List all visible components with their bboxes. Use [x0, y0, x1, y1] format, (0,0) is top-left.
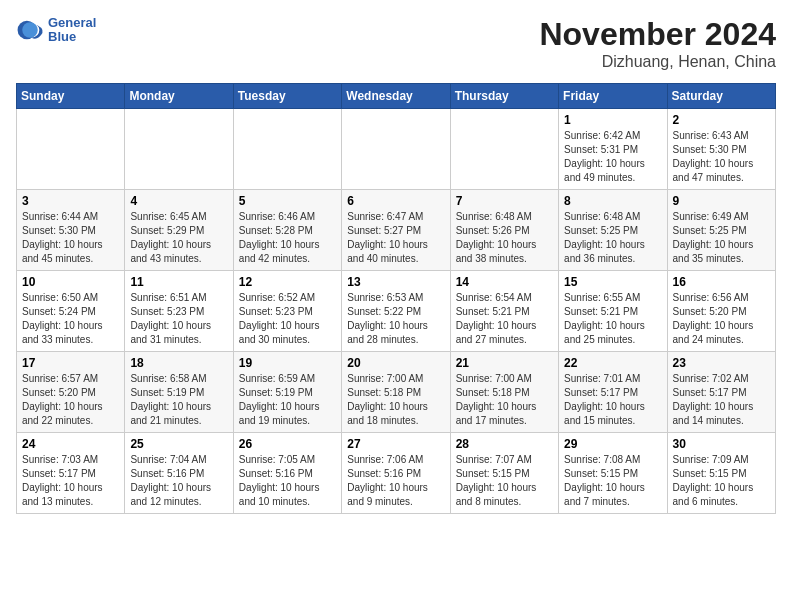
- calendar-week-row: 1Sunrise: 6:42 AM Sunset: 5:31 PM Daylig…: [17, 109, 776, 190]
- day-number: 1: [564, 113, 661, 127]
- day-info: Sunrise: 7:01 AM Sunset: 5:17 PM Dayligh…: [564, 372, 661, 428]
- day-number: 27: [347, 437, 444, 451]
- calendar-week-row: 10Sunrise: 6:50 AM Sunset: 5:24 PM Dayli…: [17, 271, 776, 352]
- calendar-cell: 9Sunrise: 6:49 AM Sunset: 5:25 PM Daylig…: [667, 190, 775, 271]
- month-title: November 2024: [539, 16, 776, 53]
- weekday-header: Wednesday: [342, 84, 450, 109]
- calendar-cell: 30Sunrise: 7:09 AM Sunset: 5:15 PM Dayli…: [667, 433, 775, 514]
- calendar-cell: 2Sunrise: 6:43 AM Sunset: 5:30 PM Daylig…: [667, 109, 775, 190]
- day-number: 19: [239, 356, 336, 370]
- calendar-cell: 22Sunrise: 7:01 AM Sunset: 5:17 PM Dayli…: [559, 352, 667, 433]
- day-info: Sunrise: 6:44 AM Sunset: 5:30 PM Dayligh…: [22, 210, 119, 266]
- day-info: Sunrise: 7:07 AM Sunset: 5:15 PM Dayligh…: [456, 453, 553, 509]
- day-number: 25: [130, 437, 227, 451]
- day-number: 23: [673, 356, 770, 370]
- day-number: 6: [347, 194, 444, 208]
- day-number: 24: [22, 437, 119, 451]
- day-info: Sunrise: 6:43 AM Sunset: 5:30 PM Dayligh…: [673, 129, 770, 185]
- day-number: 7: [456, 194, 553, 208]
- calendar-cell: 13Sunrise: 6:53 AM Sunset: 5:22 PM Dayli…: [342, 271, 450, 352]
- day-number: 3: [22, 194, 119, 208]
- calendar-cell: 6Sunrise: 6:47 AM Sunset: 5:27 PM Daylig…: [342, 190, 450, 271]
- day-number: 8: [564, 194, 661, 208]
- calendar-cell: 18Sunrise: 6:58 AM Sunset: 5:19 PM Dayli…: [125, 352, 233, 433]
- calendar-cell: 23Sunrise: 7:02 AM Sunset: 5:17 PM Dayli…: [667, 352, 775, 433]
- calendar-cell: 19Sunrise: 6:59 AM Sunset: 5:19 PM Dayli…: [233, 352, 341, 433]
- weekday-header: Monday: [125, 84, 233, 109]
- calendar-cell: 27Sunrise: 7:06 AM Sunset: 5:16 PM Dayli…: [342, 433, 450, 514]
- calendar-cell: 17Sunrise: 6:57 AM Sunset: 5:20 PM Dayli…: [17, 352, 125, 433]
- day-number: 20: [347, 356, 444, 370]
- page-header: General Blue November 2024 Dizhuang, Hen…: [16, 16, 776, 71]
- weekday-header: Saturday: [667, 84, 775, 109]
- logo-icon: [16, 16, 44, 44]
- day-number: 29: [564, 437, 661, 451]
- day-info: Sunrise: 6:46 AM Sunset: 5:28 PM Dayligh…: [239, 210, 336, 266]
- day-info: Sunrise: 6:57 AM Sunset: 5:20 PM Dayligh…: [22, 372, 119, 428]
- weekday-header-row: SundayMondayTuesdayWednesdayThursdayFrid…: [17, 84, 776, 109]
- calendar-table: SundayMondayTuesdayWednesdayThursdayFrid…: [16, 83, 776, 514]
- day-number: 4: [130, 194, 227, 208]
- day-number: 21: [456, 356, 553, 370]
- title-area: November 2024 Dizhuang, Henan, China: [539, 16, 776, 71]
- day-number: 22: [564, 356, 661, 370]
- day-info: Sunrise: 6:48 AM Sunset: 5:25 PM Dayligh…: [564, 210, 661, 266]
- day-number: 2: [673, 113, 770, 127]
- day-info: Sunrise: 6:47 AM Sunset: 5:27 PM Dayligh…: [347, 210, 444, 266]
- calendar-cell: 4Sunrise: 6:45 AM Sunset: 5:29 PM Daylig…: [125, 190, 233, 271]
- day-info: Sunrise: 7:00 AM Sunset: 5:18 PM Dayligh…: [456, 372, 553, 428]
- day-number: 5: [239, 194, 336, 208]
- calendar-cell: 14Sunrise: 6:54 AM Sunset: 5:21 PM Dayli…: [450, 271, 558, 352]
- calendar-cell: 12Sunrise: 6:52 AM Sunset: 5:23 PM Dayli…: [233, 271, 341, 352]
- logo-line2: Blue: [48, 30, 96, 44]
- calendar-cell: 3Sunrise: 6:44 AM Sunset: 5:30 PM Daylig…: [17, 190, 125, 271]
- day-number: 18: [130, 356, 227, 370]
- calendar-cell: [233, 109, 341, 190]
- day-number: 30: [673, 437, 770, 451]
- day-number: 12: [239, 275, 336, 289]
- weekday-header: Sunday: [17, 84, 125, 109]
- calendar-cell: [342, 109, 450, 190]
- day-info: Sunrise: 6:49 AM Sunset: 5:25 PM Dayligh…: [673, 210, 770, 266]
- calendar-cell: 8Sunrise: 6:48 AM Sunset: 5:25 PM Daylig…: [559, 190, 667, 271]
- day-number: 17: [22, 356, 119, 370]
- day-number: 10: [22, 275, 119, 289]
- day-info: Sunrise: 6:59 AM Sunset: 5:19 PM Dayligh…: [239, 372, 336, 428]
- weekday-header: Thursday: [450, 84, 558, 109]
- day-number: 9: [673, 194, 770, 208]
- calendar-cell: 29Sunrise: 7:08 AM Sunset: 5:15 PM Dayli…: [559, 433, 667, 514]
- location: Dizhuang, Henan, China: [539, 53, 776, 71]
- calendar-cell: 20Sunrise: 7:00 AM Sunset: 5:18 PM Dayli…: [342, 352, 450, 433]
- calendar-cell: [125, 109, 233, 190]
- day-info: Sunrise: 7:02 AM Sunset: 5:17 PM Dayligh…: [673, 372, 770, 428]
- day-info: Sunrise: 7:03 AM Sunset: 5:17 PM Dayligh…: [22, 453, 119, 509]
- day-info: Sunrise: 6:42 AM Sunset: 5:31 PM Dayligh…: [564, 129, 661, 185]
- day-info: Sunrise: 6:55 AM Sunset: 5:21 PM Dayligh…: [564, 291, 661, 347]
- calendar-cell: 21Sunrise: 7:00 AM Sunset: 5:18 PM Dayli…: [450, 352, 558, 433]
- calendar-cell: 26Sunrise: 7:05 AM Sunset: 5:16 PM Dayli…: [233, 433, 341, 514]
- day-number: 26: [239, 437, 336, 451]
- day-number: 14: [456, 275, 553, 289]
- calendar-week-row: 24Sunrise: 7:03 AM Sunset: 5:17 PM Dayli…: [17, 433, 776, 514]
- calendar-week-row: 17Sunrise: 6:57 AM Sunset: 5:20 PM Dayli…: [17, 352, 776, 433]
- day-info: Sunrise: 7:05 AM Sunset: 5:16 PM Dayligh…: [239, 453, 336, 509]
- day-info: Sunrise: 7:00 AM Sunset: 5:18 PM Dayligh…: [347, 372, 444, 428]
- day-info: Sunrise: 6:50 AM Sunset: 5:24 PM Dayligh…: [22, 291, 119, 347]
- calendar-cell: 1Sunrise: 6:42 AM Sunset: 5:31 PM Daylig…: [559, 109, 667, 190]
- calendar-cell: 10Sunrise: 6:50 AM Sunset: 5:24 PM Dayli…: [17, 271, 125, 352]
- logo: General Blue: [16, 16, 96, 45]
- day-number: 11: [130, 275, 227, 289]
- day-info: Sunrise: 6:53 AM Sunset: 5:22 PM Dayligh…: [347, 291, 444, 347]
- calendar-cell: 7Sunrise: 6:48 AM Sunset: 5:26 PM Daylig…: [450, 190, 558, 271]
- logo-line1: General: [48, 16, 96, 30]
- day-number: 13: [347, 275, 444, 289]
- calendar-cell: 28Sunrise: 7:07 AM Sunset: 5:15 PM Dayli…: [450, 433, 558, 514]
- day-info: Sunrise: 6:48 AM Sunset: 5:26 PM Dayligh…: [456, 210, 553, 266]
- day-info: Sunrise: 7:04 AM Sunset: 5:16 PM Dayligh…: [130, 453, 227, 509]
- calendar-cell: 16Sunrise: 6:56 AM Sunset: 5:20 PM Dayli…: [667, 271, 775, 352]
- calendar-cell: [17, 109, 125, 190]
- day-info: Sunrise: 6:52 AM Sunset: 5:23 PM Dayligh…: [239, 291, 336, 347]
- calendar-cell: 15Sunrise: 6:55 AM Sunset: 5:21 PM Dayli…: [559, 271, 667, 352]
- weekday-header: Friday: [559, 84, 667, 109]
- calendar-cell: 11Sunrise: 6:51 AM Sunset: 5:23 PM Dayli…: [125, 271, 233, 352]
